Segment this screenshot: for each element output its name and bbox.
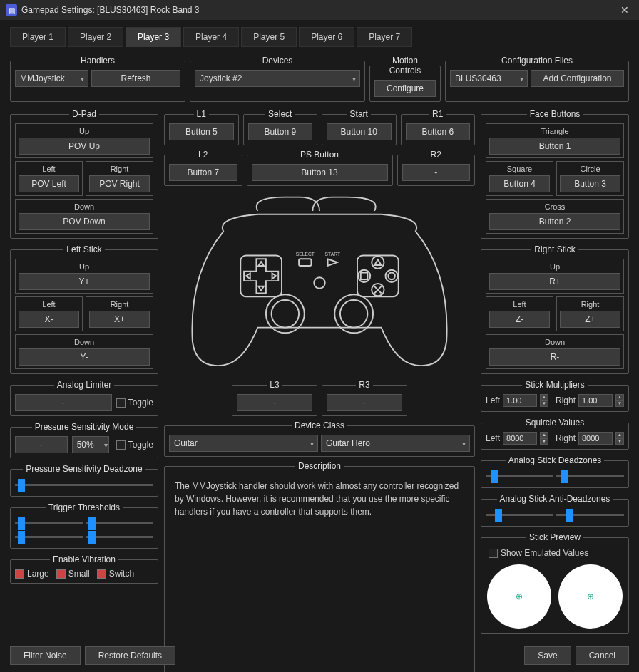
pressure-mode-legend: Pressure Sensitivity Mode xyxy=(32,422,137,432)
rstick-legend: Right Stick xyxy=(531,244,578,254)
device-class-legend: Device Class xyxy=(292,420,347,430)
config-legend: Configuration Files xyxy=(499,56,576,66)
refresh-button[interactable]: Refresh xyxy=(91,70,180,87)
trigger-thresh-legend: Trigger Thresholds xyxy=(46,502,123,512)
svg-point-15 xyxy=(340,300,368,328)
pressure-mode-button[interactable]: - xyxy=(15,436,68,453)
left-stick-preview: ⊕ xyxy=(487,564,551,629)
lstick-right-button[interactable]: X+ xyxy=(89,311,150,328)
tab-player-7[interactable]: Player 7 xyxy=(357,27,412,47)
stick-mult-left[interactable] xyxy=(503,394,537,407)
pressure-dead-slider[interactable] xyxy=(15,484,153,486)
svg-rect-8 xyxy=(299,259,311,266)
tab-player-3[interactable]: Player 3 xyxy=(126,27,181,47)
r1-button[interactable]: Button 6 xyxy=(406,123,471,140)
tab-player-5[interactable]: Player 5 xyxy=(241,27,297,47)
svg-point-2 xyxy=(372,256,384,268)
cancel-button[interactable]: Cancel xyxy=(576,646,629,665)
svg-point-5 xyxy=(385,270,397,282)
squircle-legend: Squircle Values xyxy=(523,418,588,428)
description-text: The MMJoystick handler should work with … xyxy=(169,475,470,672)
config-select[interactable]: BLUS30463 xyxy=(450,70,528,87)
device-class-a-select[interactable]: Guitar xyxy=(169,435,318,452)
vib-switch-check[interactable] xyxy=(97,569,106,579)
tab-player-6[interactable]: Player 6 xyxy=(299,27,354,47)
ps-button[interactable]: Button 13 xyxy=(252,164,388,181)
svg-point-3 xyxy=(358,270,370,282)
svg-text:SELECT: SELECT xyxy=(296,252,315,257)
analog-limiter-legend: Analog Limiter xyxy=(54,380,115,390)
svg-point-6 xyxy=(388,273,395,280)
motion-legend: Motion Controls xyxy=(374,56,436,76)
svg-point-13 xyxy=(272,300,300,328)
stick-mult-legend: Stick Multipliers xyxy=(522,380,587,390)
l2-button[interactable]: Button 7 xyxy=(169,164,237,181)
trigger-l-slider-b[interactable] xyxy=(15,536,83,538)
titlebar: ▤ Gamepad Settings: [BLUS30463] Rock Ban… xyxy=(0,0,639,20)
l3-button[interactable]: - xyxy=(237,394,312,411)
add-config-button[interactable]: Add Configuration xyxy=(531,70,624,87)
restore-defaults-button[interactable]: Restore Defaults xyxy=(85,646,175,665)
squircle-left[interactable] xyxy=(503,432,537,445)
vib-small-check[interactable] xyxy=(56,569,66,579)
right-stick-preview: ⊕ xyxy=(558,564,623,629)
analog-antidead-r-slider[interactable] xyxy=(556,514,624,516)
rstick-up-button[interactable]: R+ xyxy=(489,273,620,290)
rstick-down-button[interactable]: R- xyxy=(489,348,620,366)
rstick-left-button[interactable]: Z- xyxy=(489,311,550,328)
motion-configure-button[interactable]: Configure xyxy=(374,80,436,97)
tab-player-4[interactable]: Player 4 xyxy=(183,27,239,47)
tab-player-2[interactable]: Player 2 xyxy=(68,27,123,47)
lstick-up-button[interactable]: Y+ xyxy=(19,273,150,290)
dpad-right-button[interactable]: POV Right xyxy=(89,175,150,192)
app-icon: ▤ xyxy=(6,4,17,16)
crosshair-icon: ⊕ xyxy=(516,591,523,601)
close-icon[interactable]: ✕ xyxy=(616,4,633,16)
dpad-down-button[interactable]: POV Down xyxy=(19,213,150,230)
show-emulated-check[interactable] xyxy=(489,549,498,558)
start-button[interactable]: Button 10 xyxy=(327,123,392,140)
controller-diagram: SELECT START xyxy=(164,190,475,376)
crosshair-icon: ⊕ xyxy=(587,591,594,601)
svg-text:START: START xyxy=(325,252,340,257)
analog-limiter-button[interactable]: - xyxy=(15,394,112,411)
dpad-up-button[interactable]: POV Up xyxy=(19,138,150,155)
filter-noise-button[interactable]: Filter Noise xyxy=(10,646,81,665)
r3-button[interactable]: - xyxy=(327,394,402,411)
r2-button[interactable]: - xyxy=(402,164,471,181)
tab-player-1[interactable]: Player 1 xyxy=(10,27,66,47)
trigger-l-slider-a[interactable] xyxy=(15,522,83,524)
analog-antidead-legend: Analog Stick Anti-Deadzones xyxy=(497,494,613,504)
analog-dead-r-slider[interactable] xyxy=(556,475,624,477)
pressure-pct-select[interactable]: 50% xyxy=(72,436,109,453)
trigger-r-slider-a[interactable] xyxy=(86,522,153,524)
analog-antidead-l-slider[interactable] xyxy=(486,514,553,516)
devices-legend: Devices xyxy=(260,56,296,66)
vibration-legend: Enable Vibration xyxy=(50,554,118,564)
lstick-legend: Left Stick xyxy=(63,244,104,254)
l1-button[interactable]: Button 5 xyxy=(169,123,234,140)
select-button[interactable]: Button 9 xyxy=(248,123,313,140)
lstick-left-button[interactable]: X- xyxy=(19,311,79,328)
vib-large-check[interactable] xyxy=(15,569,24,579)
pressure-mode-toggle[interactable] xyxy=(116,440,126,450)
face-triangle-button[interactable]: Button 1 xyxy=(489,138,620,155)
svg-point-11 xyxy=(314,277,324,288)
handlers-select[interactable]: MMJoystick xyxy=(15,70,88,87)
stick-mult-right[interactable] xyxy=(578,394,613,407)
face-circle-button[interactable]: Button 3 xyxy=(560,175,620,192)
save-button[interactable]: Save xyxy=(524,646,571,665)
rstick-right-button[interactable]: Z+ xyxy=(560,311,620,328)
stick-preview-legend: Stick Preview xyxy=(526,532,583,542)
face-legend: Face Buttons xyxy=(527,109,583,119)
lstick-down-button[interactable]: Y- xyxy=(19,348,150,366)
face-cross-button[interactable]: Button 2 xyxy=(489,213,620,230)
device-class-b-select[interactable]: Guitar Hero xyxy=(321,435,470,452)
squircle-right[interactable] xyxy=(578,432,613,445)
face-square-button[interactable]: Button 4 xyxy=(489,175,550,192)
trigger-r-slider-b[interactable] xyxy=(86,536,153,538)
dpad-left-button[interactable]: POV Left xyxy=(19,175,79,192)
analog-dead-l-slider[interactable] xyxy=(486,475,553,477)
analog-limiter-toggle[interactable] xyxy=(116,398,126,408)
devices-select[interactable]: Joystick #2 xyxy=(195,70,360,87)
